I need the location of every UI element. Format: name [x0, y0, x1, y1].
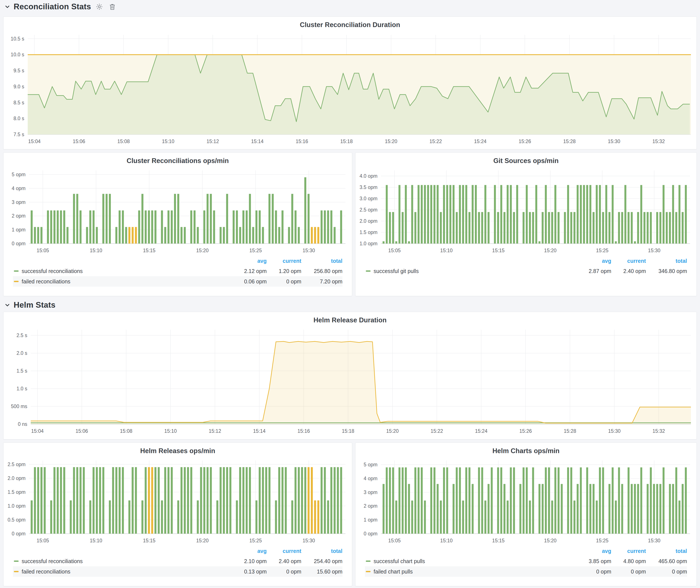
series-color-dash-icon [14, 561, 19, 562]
legend-series-label[interactable]: failed reconciliations [14, 569, 232, 575]
series-color-dash-icon [14, 571, 19, 572]
legend-series-label[interactable]: failed chart pulls [366, 569, 577, 575]
bar-chart-svg: 0 opm1 opm2 opm3 opm4 opm5 opm15:0515:10… [355, 457, 697, 545]
legend-series-label[interactable]: successful reconciliations [14, 558, 232, 564]
y-tick-label: 4 opm [12, 186, 26, 191]
x-tick-label: 15:30 [648, 538, 661, 543]
legend-column-avg[interactable]: avg [577, 258, 611, 264]
y-tick-label: 1.5 opm [360, 229, 377, 235]
legend-column-total[interactable]: total [646, 548, 687, 554]
panel-title[interactable]: Git Sources ops/min [355, 153, 697, 166]
legend-column-current[interactable]: current [267, 258, 301, 264]
y-tick-label: 2.0 opm [8, 475, 26, 481]
series-color-dash-icon [366, 571, 371, 572]
legend-value-avg: 3.85 opm [577, 558, 611, 564]
x-tick-label: 15:25 [596, 248, 609, 253]
legend-value-avg: 2.12 opm [232, 268, 267, 274]
legend-column-avg[interactable]: avg [232, 258, 267, 264]
gear-icon[interactable] [95, 2, 104, 11]
x-tick-label: 15:30 [608, 139, 620, 144]
legend-value-total: 15.60 opm [301, 569, 342, 575]
legend-value-total: 0 opm [646, 569, 687, 575]
x-tick-label: 15:32 [652, 139, 665, 144]
legend-series-label[interactable]: successful reconciliations [14, 268, 232, 274]
legend-header: avgcurrenttotal [13, 547, 342, 556]
x-tick-label: 15:05 [388, 248, 401, 253]
y-tick-label: 5 opm [364, 462, 377, 467]
legend-column-total[interactable]: total [301, 258, 342, 264]
x-tick-label: 15:10 [440, 248, 453, 253]
legend-series-label[interactable]: successful chart pulls [366, 558, 577, 564]
y-tick-label: 1.0 opm [360, 241, 377, 246]
section-title[interactable]: Reconciliation Stats [14, 2, 91, 11]
chevron-down-icon[interactable] [5, 4, 10, 10]
section-title[interactable]: Helm Stats [14, 300, 55, 310]
x-tick-label: 15:30 [648, 248, 661, 253]
series-color-dash-icon [366, 270, 371, 272]
y-tick-label: 2.0 opm [360, 218, 377, 224]
panel-title[interactable]: Helm Releases ops/min [3, 443, 352, 457]
panel-title[interactable]: Helm Release Duration [3, 312, 697, 326]
series-color-dash-icon [14, 281, 19, 282]
legend-value-total: 254.40 opm [301, 558, 342, 564]
x-tick-label: 15:10 [162, 139, 174, 144]
panel-title[interactable]: Helm Charts ops/min [355, 443, 697, 457]
x-tick-label: 15:20 [196, 248, 209, 253]
y-tick-label: 500 ms [11, 404, 27, 409]
line-chart-svg: 7.5 s8.0 s8.5 s9.0 s9.5 s10.0 s10.5 s15:… [3, 31, 697, 147]
x-tick-label: 15:24 [475, 428, 487, 434]
legend-column-total[interactable]: total [646, 258, 687, 264]
chart-canvas: 7.5 s8.0 s8.5 s9.0 s9.5 s10.0 s10.5 s15:… [3, 31, 697, 148]
dashboard: Reconciliation Stats Cluster Reconciliat… [0, 0, 700, 588]
legend-series-label[interactable]: failed reconciliations [14, 278, 232, 285]
bars-successful [383, 185, 687, 244]
panel-cluster-reconciliations-rate: Cluster Reconciliations ops/min 0 opm1 o… [3, 152, 352, 296]
chart-canvas: 0 ns500 ms1.0 s1.5 s2.0 s2.5 s15:0415:06… [3, 326, 697, 438]
panel-title[interactable]: Cluster Reconciliations ops/min [3, 153, 352, 166]
legend-value-total: 346.80 opm [646, 268, 687, 274]
y-tick-label: 3 opm [12, 199, 26, 205]
legend-header: avgcurrenttotal [365, 257, 687, 266]
legend-column-avg[interactable]: avg [577, 548, 611, 554]
y-tick-label: 10.5 s [11, 36, 24, 42]
legend: avgcurrenttotalsuccessful chart pulls3.8… [355, 546, 697, 581]
panel-title[interactable]: Cluster Reconciliation Duration [3, 17, 697, 31]
y-tick-label: 0 ns [18, 421, 27, 427]
legend-column-current[interactable]: current [267, 548, 301, 554]
x-tick-label: 15:20 [544, 248, 557, 253]
legend-column-current[interactable]: current [611, 258, 646, 264]
series-area-orange [31, 341, 691, 424]
y-tick-label: 3.5 opm [360, 184, 377, 190]
x-tick-label: 15:25 [249, 538, 262, 543]
panel-helm-releases-rate: Helm Releases ops/min 0 opm0.5 opm1.0 op… [3, 443, 352, 586]
legend-row: failed reconciliations0.06 opm0 opm7.20 … [13, 276, 342, 287]
legend-column-total[interactable]: total [301, 548, 342, 554]
legend-column-current[interactable]: current [611, 548, 646, 554]
y-tick-label: 9.5 s [13, 68, 24, 73]
y-tick-label: 10.0 s [11, 52, 24, 57]
y-tick-label: 2 opm [12, 213, 26, 219]
x-tick-label: 15:28 [563, 139, 576, 144]
y-tick-label: 0 opm [364, 531, 377, 536]
legend-series-label[interactable]: successful git pulls [366, 268, 577, 274]
chevron-down-icon[interactable] [5, 302, 10, 308]
legend-value-current: 0 opm [267, 569, 301, 575]
legend-value-avg: 2.10 opm [232, 558, 267, 564]
x-tick-label: 15:10 [90, 248, 102, 253]
panel-cluster-reconciliation-duration: Cluster Reconciliation Duration 7.5 s8.0… [3, 16, 697, 149]
legend: avgcurrenttotalsuccessful reconciliation… [3, 256, 352, 291]
legend-row: failed reconciliations0.13 opm0 opm15.60… [13, 566, 342, 577]
y-tick-label: 0 opm [12, 241, 26, 246]
panel-helm-release-duration: Helm Release Duration 0 ns500 ms1.0 s1.5… [3, 312, 697, 439]
legend-value-current: 0 opm [267, 278, 301, 285]
legend-value-avg: 2.87 opm [577, 268, 611, 274]
legend-value-total: 256.80 opm [301, 268, 342, 274]
x-tick-label: 15:14 [253, 428, 266, 434]
y-tick-label: 1.5 s [16, 368, 27, 374]
x-tick-label: 15:05 [388, 538, 401, 543]
bars-failed [148, 467, 319, 534]
legend-column-avg[interactable]: avg [232, 548, 267, 554]
x-tick-label: 15:08 [120, 428, 132, 434]
x-tick-label: 15:15 [143, 538, 156, 543]
trash-icon[interactable] [108, 2, 117, 11]
